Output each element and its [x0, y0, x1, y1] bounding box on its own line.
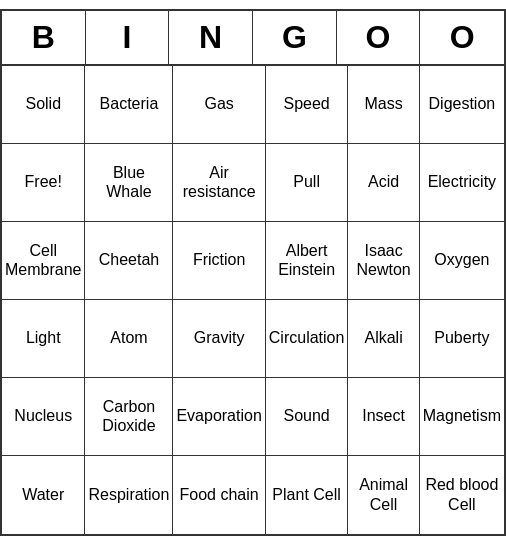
- cell-text-r3-c1: Atom: [110, 328, 147, 347]
- cell-text-r0-c0: Solid: [25, 94, 61, 113]
- cell-text-r1-c0: Free!: [25, 172, 62, 191]
- cell-text-r2-c5: Oxygen: [434, 250, 489, 269]
- cell-r4-c2: Evaporation: [173, 378, 265, 456]
- cell-text-r2-c1: Cheetah: [99, 250, 160, 269]
- cell-text-r5-c4: Animal Cell: [351, 475, 415, 513]
- cell-r5-c5: Red blood Cell: [420, 456, 504, 534]
- cell-text-r4-c0: Nucleus: [14, 406, 72, 425]
- cell-text-r5-c5: Red blood Cell: [423, 475, 501, 513]
- bingo-grid: SolidBacteriaGasSpeedMassDigestionFree!B…: [2, 66, 504, 534]
- cell-r4-c0: Nucleus: [2, 378, 85, 456]
- cell-text-r1-c5: Electricity: [428, 172, 496, 191]
- cell-r4-c1: Carbon Dioxide: [85, 378, 173, 456]
- cell-r5-c2: Food chain: [173, 456, 265, 534]
- cell-r1-c2: Air resistance: [173, 144, 265, 222]
- cell-text-r5-c2: Food chain: [180, 485, 259, 504]
- cell-text-r1-c3: Pull: [293, 172, 320, 191]
- cell-r2-c4: Isaac Newton: [348, 222, 419, 300]
- cell-text-r0-c5: Digestion: [429, 94, 496, 113]
- cell-text-r0-c4: Mass: [364, 94, 402, 113]
- header-letter-B-0: B: [2, 11, 86, 64]
- cell-text-r3-c4: Alkali: [364, 328, 402, 347]
- cell-r3-c4: Alkali: [348, 300, 419, 378]
- cell-r2-c1: Cheetah: [85, 222, 173, 300]
- cell-text-r2-c0: Cell Membrane: [5, 241, 81, 279]
- cell-r2-c2: Friction: [173, 222, 265, 300]
- cell-text-r4-c1: Carbon Dioxide: [88, 397, 169, 435]
- cell-r0-c2: Gas: [173, 66, 265, 144]
- cell-r1-c0: Free!: [2, 144, 85, 222]
- cell-r1-c3: Pull: [266, 144, 349, 222]
- bingo-card: BINGOO SolidBacteriaGasSpeedMassDigestio…: [0, 9, 506, 536]
- bingo-header: BINGOO: [2, 11, 504, 66]
- cell-text-r4-c2: Evaporation: [176, 406, 261, 425]
- cell-r5-c1: Respiration: [85, 456, 173, 534]
- cell-r4-c4: Insect: [348, 378, 419, 456]
- header-letter-O-4: O: [337, 11, 421, 64]
- cell-text-r0-c3: Speed: [283, 94, 329, 113]
- cell-text-r2-c4: Isaac Newton: [351, 241, 415, 279]
- cell-r3-c3: Circulation: [266, 300, 349, 378]
- cell-r4-c5: Magnetism: [420, 378, 504, 456]
- cell-text-r1-c1: Blue Whale: [88, 163, 169, 201]
- cell-text-r2-c2: Friction: [193, 250, 245, 269]
- cell-text-r2-c3: Albert Einstein: [269, 241, 345, 279]
- cell-r1-c1: Blue Whale: [85, 144, 173, 222]
- header-letter-N-2: N: [169, 11, 253, 64]
- cell-text-r4-c3: Sound: [283, 406, 329, 425]
- cell-text-r3-c3: Circulation: [269, 328, 345, 347]
- cell-r2-c3: Albert Einstein: [266, 222, 349, 300]
- cell-r0-c1: Bacteria: [85, 66, 173, 144]
- cell-text-r5-c1: Respiration: [88, 485, 169, 504]
- cell-r0-c0: Solid: [2, 66, 85, 144]
- cell-text-r1-c2: Air resistance: [176, 163, 261, 201]
- cell-r5-c3: Plant Cell: [266, 456, 349, 534]
- cell-r2-c0: Cell Membrane: [2, 222, 85, 300]
- cell-text-r4-c4: Insect: [362, 406, 405, 425]
- cell-text-r0-c1: Bacteria: [100, 94, 159, 113]
- cell-r0-c4: Mass: [348, 66, 419, 144]
- cell-text-r0-c2: Gas: [204, 94, 233, 113]
- cell-r3-c1: Atom: [85, 300, 173, 378]
- header-letter-O-5: O: [420, 11, 504, 64]
- cell-text-r3-c5: Puberty: [434, 328, 489, 347]
- cell-r4-c3: Sound: [266, 378, 349, 456]
- cell-r2-c5: Oxygen: [420, 222, 504, 300]
- cell-text-r5-c3: Plant Cell: [272, 485, 340, 504]
- cell-text-r1-c4: Acid: [368, 172, 399, 191]
- cell-r0-c3: Speed: [266, 66, 349, 144]
- cell-text-r3-c0: Light: [26, 328, 61, 347]
- cell-r5-c4: Animal Cell: [348, 456, 419, 534]
- header-letter-G-3: G: [253, 11, 337, 64]
- cell-r3-c0: Light: [2, 300, 85, 378]
- cell-r1-c5: Electricity: [420, 144, 504, 222]
- cell-text-r5-c0: Water: [22, 485, 64, 504]
- cell-r0-c5: Digestion: [420, 66, 504, 144]
- cell-r3-c2: Gravity: [173, 300, 265, 378]
- header-letter-I-1: I: [86, 11, 170, 64]
- cell-r3-c5: Puberty: [420, 300, 504, 378]
- cell-r1-c4: Acid: [348, 144, 419, 222]
- cell-text-r4-c5: Magnetism: [423, 406, 501, 425]
- cell-r5-c0: Water: [2, 456, 85, 534]
- cell-text-r3-c2: Gravity: [194, 328, 245, 347]
